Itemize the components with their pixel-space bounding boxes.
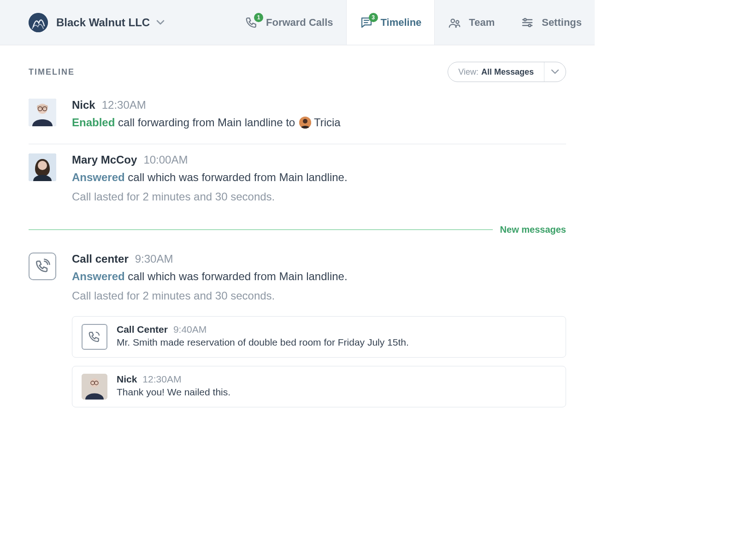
note-avatar (82, 324, 107, 350)
timeline-badge: 3 (369, 13, 378, 22)
org-switcher[interactable]: Black Walnut LLC (0, 0, 165, 45)
phone-ring-icon (35, 259, 50, 274)
item-author: Nick (72, 99, 95, 112)
item-detail: Call lasted for 2 minutes and 30 seconds… (72, 288, 566, 304)
note-time: 9:40AM (173, 324, 207, 335)
note-card: Call Center 9:40AM Mr. Smith made reserv… (72, 316, 566, 358)
view-filter[interactable]: View: All Messages (448, 62, 566, 82)
tab-timeline[interactable]: 3 Timeline (346, 0, 435, 45)
svg-point-18 (38, 161, 47, 170)
item-author: Mary McCoy (72, 153, 137, 166)
tab-settings[interactable]: Settings (508, 0, 595, 45)
note-message: Mr. Smith made reservation of double bed… (117, 337, 556, 348)
main-nav: 1 Forward Calls 3 Timeline Team (232, 0, 595, 45)
note-time: 12:30AM (142, 374, 181, 385)
item-author: Call center (72, 253, 129, 265)
item-detail: Call lasted for 2 minutes and 30 seconds… (72, 188, 566, 205)
tab-forward-calls[interactable]: 1 Forward Calls (232, 0, 346, 45)
svg-point-8 (524, 18, 526, 21)
note-message: Thank you! We nailed this. (117, 387, 556, 398)
timeline-item: Nick 12:30AM Enabled call forwarding fro… (29, 89, 566, 144)
timeline-item: Mary McCoy 10:00AM Answered call which w… (29, 144, 566, 218)
tab-settings-label: Settings (542, 17, 582, 29)
view-filter-prefix: View: (458, 67, 478, 77)
item-message: Enabled call forwarding from Main landli… (72, 114, 566, 131)
note-avatar (82, 374, 107, 400)
topbar: Black Walnut LLC 1 Forward Calls 3 Timel… (0, 0, 595, 45)
settings-lines-icon (520, 16, 534, 29)
view-filter-value: All Messages (481, 67, 534, 77)
note-author: Call Center (117, 324, 168, 335)
tab-forward-calls-label: Forward Calls (266, 17, 333, 29)
chat-timeline-icon: 3 (360, 16, 373, 29)
timeline-content: TIMELINE View: All Messages Nick 12:30AM… (0, 45, 595, 439)
phone-forward-icon: 1 (245, 16, 259, 29)
new-messages-label: New messages (500, 224, 566, 235)
forward-calls-badge: 1 (254, 13, 263, 22)
phone-ring-icon (88, 330, 101, 344)
item-time: 12:30AM (102, 99, 146, 112)
svg-point-4 (456, 20, 459, 23)
section-title: TIMELINE (29, 67, 75, 77)
chevron-down-icon (156, 20, 165, 25)
message-text: call which was forwarded from Main landl… (125, 171, 348, 183)
item-time: 10:00AM (143, 153, 188, 166)
org-logo (29, 13, 48, 32)
mention-avatar (299, 117, 311, 129)
tab-timeline-label: Timeline (381, 17, 422, 29)
view-filter-label: View: All Messages (448, 62, 544, 82)
svg-point-16 (303, 119, 307, 123)
item-message: Answered call which was forwarded from M… (72, 169, 566, 186)
avatar-mary (29, 153, 56, 181)
note-card: Nick 12:30AM Thank you! We nailed this. (72, 366, 566, 407)
avatar-nick (29, 99, 56, 126)
status-word: Enabled (72, 116, 115, 129)
message-text: call forwarding from Main landline to (115, 116, 298, 129)
message-text: call which was forwarded from Main landl… (125, 270, 348, 282)
svg-point-9 (529, 24, 531, 26)
chevron-down-icon (551, 69, 559, 75)
tab-team-label: Team (469, 17, 495, 29)
team-icon (448, 16, 461, 29)
svg-point-3 (451, 19, 455, 23)
tab-team[interactable]: Team (435, 0, 508, 45)
timeline-item: Call center 9:30AM Answered call which w… (29, 243, 566, 420)
new-messages-divider: New messages (29, 224, 566, 235)
view-filter-caret[interactable] (544, 62, 566, 82)
item-message: Answered call which was forwarded from M… (72, 268, 566, 285)
status-word: Answered (72, 270, 125, 282)
item-time: 9:30AM (135, 253, 173, 265)
avatar-call-center (29, 253, 56, 280)
status-word: Answered (72, 171, 125, 183)
mention-name: Tricia (314, 116, 341, 129)
org-name-label: Black Walnut LLC (56, 16, 150, 29)
note-author: Nick (117, 374, 137, 385)
